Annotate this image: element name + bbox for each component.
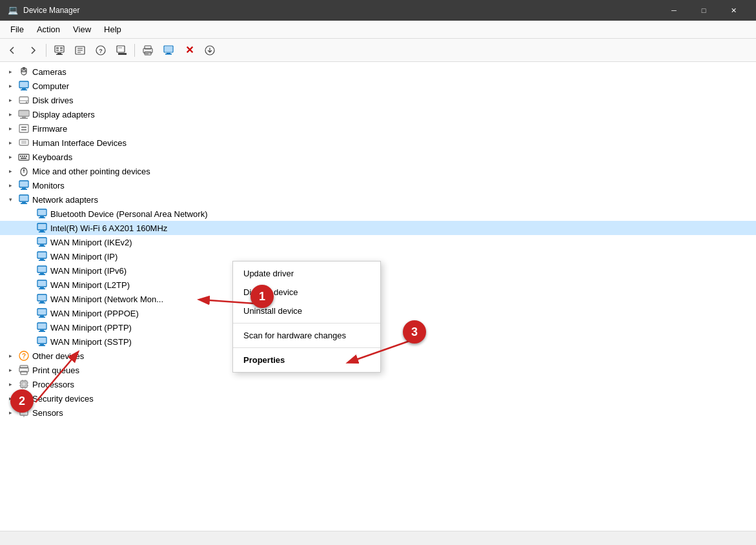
forward-button[interactable] (23, 41, 43, 59)
expand-icon-hid (5, 138, 15, 148)
svg-rect-68 (38, 224, 46, 229)
svg-rect-48 (22, 156, 23, 157)
tree-item-firmware[interactable]: Firmware (0, 121, 756, 136)
device-icon-wan-l2tp (36, 279, 48, 291)
device-icon-disk-drives (18, 94, 30, 106)
context-item-scan-hardware[interactable]: Scan for hardware changes (233, 326, 380, 345)
tree-item-keyboards[interactable]: Keyboards (0, 150, 756, 164)
window-title: Device Manager (23, 6, 79, 15)
device-icon-display-adapters (18, 108, 30, 120)
tree-item-sensors[interactable]: Sensors (0, 406, 756, 420)
expand-icon-monitors (5, 180, 15, 190)
device-install-button[interactable] (112, 41, 131, 59)
menu-help[interactable]: Help (97, 22, 128, 37)
svg-rect-14 (118, 53, 127, 55)
menu-action[interactable]: Action (30, 22, 66, 37)
context-item-properties[interactable]: Properties (233, 351, 380, 369)
svg-rect-31 (22, 88, 26, 90)
svg-rect-6 (56, 54, 63, 55)
title-bar: 💻 Device Manager ─ □ ✕ (0, 0, 756, 21)
svg-text:?: ? (22, 353, 26, 360)
item-label-wan-l2tp: WAN Miniport (L2TP) (50, 280, 130, 290)
svg-rect-84 (38, 281, 46, 286)
tree-item-cameras[interactable]: Cameras (0, 65, 756, 79)
tree-item-bluetooth[interactable]: Bluetooth Device (Personal Area Network) (0, 207, 756, 221)
svg-rect-101 (40, 344, 44, 345)
expand-icon-computer (5, 81, 15, 91)
device-icon-bluetooth (36, 208, 48, 220)
tree-item-hid[interactable]: Human Interface Devices (0, 136, 756, 150)
device-icon-wan-pppoe (36, 307, 48, 319)
svg-rect-66 (39, 218, 45, 219)
svg-rect-93 (40, 316, 44, 317)
svg-rect-109 (22, 382, 26, 386)
svg-rect-22 (165, 46, 172, 52)
expand-icon-keyboards (5, 152, 15, 162)
tree-item-network-adapters[interactable]: Network adapters (0, 192, 756, 207)
device-icon-wan-pptp (36, 322, 48, 333)
tree-item-processors[interactable]: Processors (0, 377, 756, 391)
menu-file[interactable]: File (4, 22, 30, 37)
svg-rect-64 (38, 210, 46, 215)
svg-rect-1 (56, 47, 59, 49)
monitor-button[interactable] (159, 41, 178, 59)
item-label-keyboards: Keyboards (32, 152, 72, 162)
status-bar (0, 531, 756, 545)
device-icon-monitors (18, 180, 30, 191)
tree-item-intel-wifi[interactable]: Intel(R) Wi-Fi 6 AX201 160MHz (0, 221, 756, 235)
tree-item-wan-ikev2[interactable]: WAN Miniport (IKEv2) (0, 235, 756, 249)
device-manager-view-button[interactable] (50, 41, 69, 59)
svg-rect-30 (20, 82, 28, 87)
remove-button[interactable]: ✕ (179, 41, 199, 59)
svg-rect-37 (19, 111, 28, 116)
svg-rect-76 (38, 252, 46, 258)
device-icon-processors (18, 378, 30, 390)
properties-list-button[interactable] (70, 41, 90, 59)
svg-rect-81 (40, 273, 44, 274)
svg-rect-13 (117, 46, 125, 52)
context-item-update-driver[interactable]: Update driver (233, 264, 380, 283)
download-button[interactable] (200, 41, 220, 59)
maximize-button[interactable]: □ (689, 0, 719, 21)
item-label-wan-pptp: WAN Miniport (PPTP) (50, 323, 132, 333)
tree-item-mice[interactable]: Mice and other pointing devices (0, 164, 756, 178)
svg-rect-47 (20, 156, 21, 157)
expand-icon-cameras (5, 67, 15, 77)
device-icon-wan-ikev2 (36, 236, 48, 248)
svg-rect-61 (22, 202, 26, 203)
item-label-wan-netmon: WAN Miniport (Network Mon... (50, 294, 163, 304)
svg-rect-98 (39, 331, 45, 333)
svg-rect-82 (39, 274, 45, 276)
svg-rect-46 (19, 154, 29, 160)
item-label-security-devices: Security devices (32, 394, 94, 404)
item-label-display-adapters: Display adapters (32, 110, 95, 119)
help-button[interactable]: ? (91, 41, 110, 59)
svg-rect-74 (39, 246, 45, 247)
back-button[interactable] (3, 41, 22, 59)
tree-item-display-adapters[interactable]: Display adapters (0, 107, 756, 121)
print-button[interactable] (138, 41, 158, 59)
tree-item-security-devices[interactable]: Security devices (0, 391, 756, 406)
context-separator-separator2 (233, 347, 380, 348)
svg-rect-89 (40, 302, 44, 303)
toolbar: ? ✕ (0, 39, 756, 62)
tree-item-monitors[interactable]: Monitors (0, 178, 756, 192)
item-label-wan-sstp: WAN Miniport (SSTP) (50, 337, 132, 347)
item-label-firmware: Firmware (32, 124, 67, 134)
svg-rect-28 (23, 67, 25, 69)
tree-item-computer[interactable]: Computer (0, 79, 756, 93)
menu-view[interactable]: View (66, 22, 97, 37)
svg-rect-73 (40, 245, 44, 246)
menu-bar: File Action View Help (0, 21, 756, 39)
minimize-button[interactable]: ─ (659, 0, 689, 21)
svg-rect-100 (38, 338, 46, 343)
item-label-print-queues: Print queues (32, 365, 79, 375)
svg-rect-38 (22, 117, 26, 118)
device-icon-firmware (18, 123, 30, 134)
close-button[interactable]: ✕ (719, 0, 748, 21)
device-icon-wan-ip (36, 251, 48, 262)
annotation-1: 1 (250, 285, 274, 308)
svg-rect-43 (19, 139, 28, 145)
tree-item-disk-drives[interactable]: Disk drives (0, 93, 756, 107)
device-icon-cameras (18, 66, 30, 77)
